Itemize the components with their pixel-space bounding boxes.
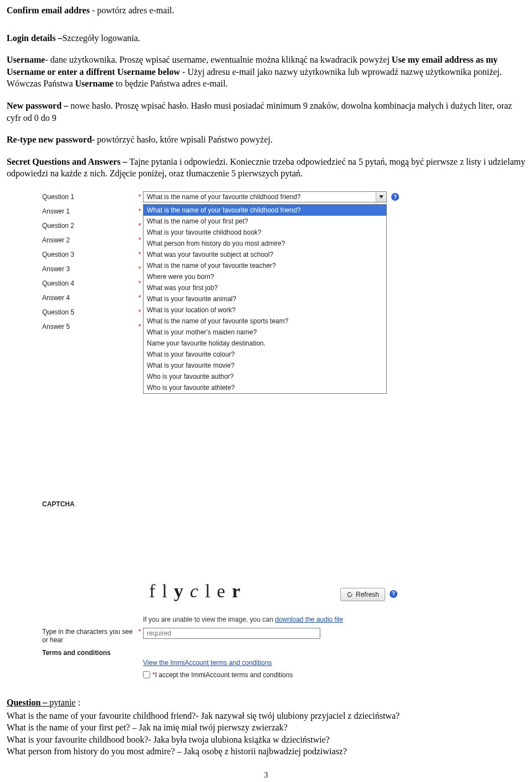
username-paragraph: Username- dane użytkownika. Proszę wpisa…: [7, 54, 525, 90]
form-label: Question 1: [42, 193, 136, 201]
form-label: Question 5: [42, 308, 136, 316]
dropdown-option[interactable]: What is your favourite colour?: [144, 349, 386, 360]
help-icon[interactable]: ?: [390, 590, 397, 598]
required-star: *: [136, 222, 143, 230]
form-label: Answer 2: [42, 236, 136, 244]
question-translation-2: What is the name of your first pet? – Ja…: [7, 722, 525, 734]
dropdown-option[interactable]: What person from history do you most adm…: [144, 238, 386, 249]
refresh-label: Refresh: [356, 591, 379, 598]
dropdown-option[interactable]: What was your first job?: [144, 282, 386, 293]
dropdown-option[interactable]: Name your favourite holiday destination.: [144, 338, 386, 349]
required-star: *: [136, 207, 143, 215]
required-star: *: [136, 251, 143, 258]
question-translation-3: What is your favourite childhood book?- …: [7, 734, 525, 746]
required-star: *: [136, 308, 143, 316]
new-password-bold: New password –: [7, 101, 70, 110]
secret-questions-bold: Secret Questions and Answers –: [7, 157, 130, 166]
select-value: What is the name of your favourite child…: [144, 193, 376, 201]
accept-terms-label: I accept the ImmiAccount terms and condi…: [155, 671, 293, 679]
confirm-email-bold: Confirm email addres: [7, 6, 90, 15]
required-star: *: [136, 294, 143, 302]
dropdown-option[interactable]: What was your favourite subject at schoo…: [144, 249, 386, 260]
dropdown-option[interactable]: What is your favourite childhood book?: [144, 227, 386, 238]
help-icon[interactable]: ?: [391, 193, 399, 201]
audio-hint: If you are unable to view the image, you…: [143, 616, 413, 623]
username-text1: - dane użytkownika. Proszę wpisać userna…: [45, 55, 392, 64]
dropdown-option[interactable]: What is your mother's maiden name?: [144, 327, 386, 338]
login-details-text: Szczegóły logowania.: [62, 33, 140, 43]
page-number: 3: [7, 771, 525, 780]
login-details-line: Login details –Szczegóły logowania.: [7, 32, 525, 44]
required-star: *: [136, 265, 143, 273]
question-dropdown-list[interactable]: What is the name of your favourite child…: [143, 204, 387, 394]
retype-password-bold: Re-type new password-: [7, 135, 95, 144]
retype-password-text: powtórzyć hasło, które wpisali Państwo p…: [95, 135, 273, 144]
dropdown-option[interactable]: What is the name of your favourite sport…: [144, 316, 386, 327]
dropdown-option[interactable]: What is your location of work?: [144, 304, 386, 316]
question-heading-text: pytanie: [49, 698, 75, 707]
required-star: *: [136, 236, 143, 244]
dropdown-option[interactable]: Who is your favourite athlete?: [144, 382, 386, 393]
form-label: Answer 1: [42, 207, 136, 215]
required-star: *: [136, 280, 143, 287]
refresh-icon: [346, 591, 353, 598]
question-translation-1: What is the name of your favourite child…: [7, 710, 525, 722]
dropdown-option[interactable]: What is your favourite movie?: [144, 360, 386, 371]
question-translation-4: What person from history do you most adm…: [7, 745, 525, 758]
secret-questions-paragraph: Secret Questions and Answers – Tajne pyt…: [7, 156, 525, 180]
required-star: *: [136, 193, 143, 201]
dropdown-option[interactable]: What is the name of your favourite teach…: [144, 260, 386, 271]
form-row: Question 1*What is the name of your favo…: [42, 190, 413, 204]
captcha-input-label: Type in the characters you see or hear: [42, 628, 136, 644]
refresh-button[interactable]: Refresh: [340, 588, 385, 601]
retype-password-paragraph: Re-type new password- powtórzyć hasło, k…: [7, 134, 525, 146]
download-audio-link[interactable]: download the audio file: [275, 616, 343, 623]
captcha-image: flycler: [143, 580, 332, 610]
confirm-email-text: - powtórz adres e-mail.: [90, 6, 174, 15]
required-star: *: [136, 323, 143, 331]
new-password-paragraph: New password – nowe hasło. Proszę wpisać…: [7, 100, 525, 124]
terms-header: Terms and conditions: [42, 649, 413, 657]
new-password-text: nowe hasło. Proszę wpisać hasło. Hasło m…: [7, 101, 512, 123]
captcha-header: CAPTCHA: [42, 500, 413, 508]
security-questions-form: Question 1*What is the name of your favo…: [42, 190, 413, 681]
form-label: Question 2: [42, 222, 136, 230]
captcha-input[interactable]: [143, 628, 320, 639]
accept-terms-checkbox[interactable]: [143, 671, 150, 678]
login-details-bold: Login details –: [7, 33, 62, 43]
form-label: Answer 5: [42, 323, 136, 331]
chevron-down-icon[interactable]: [376, 192, 386, 202]
question-select[interactable]: What is the name of your favourite child…: [143, 191, 387, 202]
terms-link[interactable]: View the ImmiAccount terms and condition…: [143, 659, 272, 667]
audio-hint-prefix: If you are unable to view the image, you…: [143, 616, 275, 623]
question-heading: Question – pytanie :: [7, 697, 525, 709]
dropdown-option[interactable]: Who is your favourite author?: [144, 371, 386, 382]
question-heading-colon: :: [75, 698, 80, 707]
form-label: Question 4: [42, 280, 136, 287]
dropdown-option[interactable]: Where were you born?: [144, 271, 386, 282]
dropdown-option[interactable]: What is your favourite animal?: [144, 293, 386, 304]
username-bold2: Username: [75, 79, 114, 88]
form-label: Answer 3: [42, 265, 136, 273]
question-heading-bold: Question –: [7, 698, 49, 707]
username-bold: Username: [7, 55, 45, 64]
username-text3: to będzie Państwa adres e-mail.: [114, 79, 228, 88]
confirm-email-line: Confirm email addres - powtórz adres e-m…: [7, 4, 525, 17]
form-label: Question 3: [42, 251, 136, 258]
dropdown-option[interactable]: What is the name of your first pet?: [144, 216, 386, 227]
form-label: Answer 4: [42, 294, 136, 302]
dropdown-option[interactable]: What is the name of your favourite child…: [144, 205, 386, 216]
